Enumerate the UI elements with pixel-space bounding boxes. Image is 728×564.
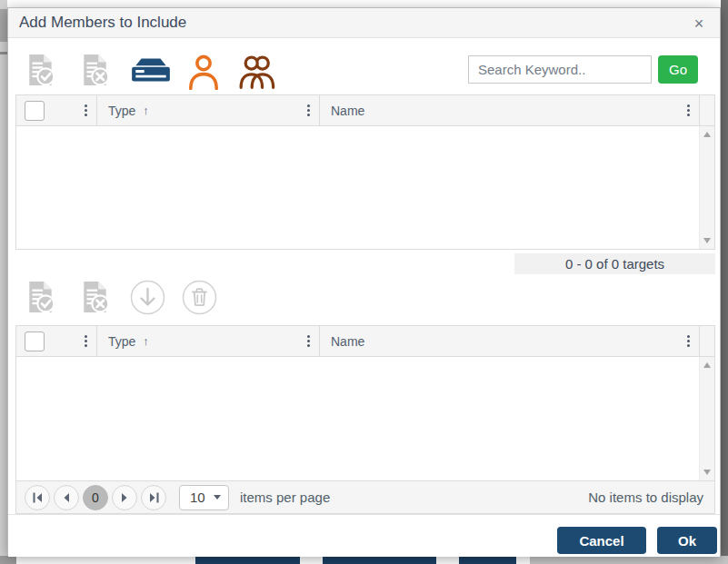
document-check-icon	[26, 54, 55, 86]
next-page-icon	[121, 492, 128, 503]
header-cell-select	[16, 326, 97, 356]
column-menu-icon[interactable]	[304, 101, 314, 120]
ok-button[interactable]: Ok	[657, 527, 717, 554]
select-all-document-check-icon[interactable]	[26, 54, 55, 86]
chevron-down-icon	[214, 495, 221, 500]
header-cell-filler	[700, 326, 714, 356]
server-icon	[129, 55, 173, 84]
available-grid-header: Type ↑ Name	[16, 95, 714, 126]
pager-last-button[interactable]	[141, 485, 166, 510]
select-all-checkbox[interactable]	[25, 101, 45, 121]
header-cell-type[interactable]: Type ↑	[97, 95, 320, 125]
add-group-icon[interactable]	[238, 54, 276, 89]
last-page-icon	[149, 492, 159, 503]
add-user-icon[interactable]	[187, 54, 220, 90]
circle-down-arrow-icon	[130, 280, 165, 315]
page-size-value: 10	[190, 490, 205, 505]
header-cell-name[interactable]: Name	[320, 95, 700, 125]
dialog-title: Add Members to Include	[19, 14, 186, 32]
available-grid-body	[16, 126, 714, 249]
first-page-icon	[33, 492, 43, 503]
go-button[interactable]: Go	[658, 55, 698, 84]
move-down-icon[interactable]	[130, 280, 165, 315]
column-label-type: Type	[108, 104, 135, 118]
available-targets-grid: Type ↑ Name	[15, 94, 715, 250]
document-x-icon	[81, 54, 110, 86]
column-label-type: Type	[108, 334, 135, 349]
background-page-left	[0, 0, 7, 556]
header-cell-type[interactable]: Type ↑	[97, 326, 320, 356]
selected-members-grid: Type ↑ Name	[15, 325, 715, 514]
group-icon	[238, 54, 276, 89]
dialog-titlebar: Add Members to Include ×	[8, 8, 720, 38]
pager-first-button[interactable]	[25, 485, 50, 510]
selected-grid-header: Type ↑ Name	[16, 326, 714, 357]
column-menu-icon[interactable]	[304, 331, 314, 351]
pager-next-button[interactable]	[112, 485, 137, 510]
document-x-icon	[81, 281, 110, 313]
column-label-name: Name	[331, 104, 364, 118]
scroll-up-icon[interactable]	[703, 132, 711, 137]
cancel-button[interactable]: Cancel	[557, 527, 646, 554]
close-icon[interactable]: ×	[687, 12, 711, 35]
vertical-scrollbar[interactable]	[699, 357, 714, 480]
deselect-all-document-x-icon[interactable]	[81, 54, 110, 86]
scroll-down-icon[interactable]	[703, 238, 711, 243]
deselect-all-selected-document-x-icon[interactable]	[81, 281, 110, 313]
background-page-right	[721, 0, 728, 564]
header-cell-select	[16, 95, 97, 125]
dialog-footer: Cancel Ok	[8, 514, 720, 557]
scroll-down-icon[interactable]	[703, 470, 711, 475]
column-label-name: Name	[331, 334, 364, 349]
circle-trash-icon	[182, 280, 217, 315]
page-size-select[interactable]: 10	[179, 485, 229, 510]
add-members-dialog: Add Members to Include ×	[7, 7, 721, 556]
pager: 0 10 items per page No ite	[16, 480, 714, 513]
items-per-page-label: items per page	[240, 490, 330, 505]
column-menu-icon[interactable]	[81, 101, 91, 120]
targets-count-status: 0 - 0 of 0 targets	[514, 253, 715, 274]
vertical-scrollbar[interactable]	[699, 126, 714, 249]
pager-empty-message: No items to display	[588, 490, 703, 505]
sort-asc-icon: ↑	[143, 104, 149, 117]
selected-grid-body	[16, 357, 714, 480]
add-targets-server-icon[interactable]	[129, 55, 173, 84]
column-menu-icon[interactable]	[683, 331, 693, 351]
select-all-checkbox[interactable]	[25, 331, 45, 351]
user-icon	[187, 54, 220, 90]
pager-prev-button[interactable]	[54, 485, 79, 510]
background-page-bottom	[0, 556, 728, 564]
sort-asc-icon: ↑	[143, 334, 149, 348]
column-menu-icon[interactable]	[81, 331, 91, 351]
screen: Add Members to Include ×	[0, 0, 728, 564]
search-input[interactable]	[468, 55, 652, 84]
header-cell-filler	[700, 95, 714, 125]
pager-page-0-button[interactable]: 0	[83, 485, 108, 510]
prev-page-icon	[63, 492, 70, 503]
scroll-up-icon[interactable]	[703, 362, 711, 368]
document-check-icon	[26, 281, 55, 313]
select-all-selected-document-check-icon[interactable]	[26, 281, 55, 313]
delete-icon[interactable]	[182, 280, 217, 315]
header-cell-name[interactable]: Name	[320, 326, 700, 356]
column-menu-icon[interactable]	[683, 101, 693, 120]
